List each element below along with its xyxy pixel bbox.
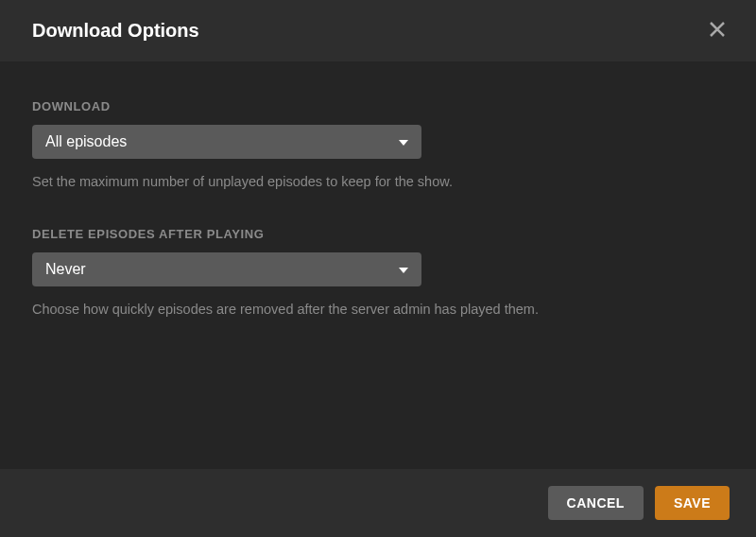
dialog-body: DOWNLOAD All episodes Set the maximum nu… (0, 61, 756, 469)
cancel-button[interactable]: CANCEL (548, 486, 644, 520)
download-help-text: Set the maximum number of unplayed episo… (32, 172, 561, 193)
delete-after-field-group: DELETE EPISODES AFTER PLAYING Never Choo… (32, 227, 724, 320)
delete-after-help-text: Choose how quickly episodes are removed … (32, 300, 561, 320)
download-field-group: DOWNLOAD All episodes Set the maximum nu… (32, 99, 724, 193)
delete-after-label: DELETE EPISODES AFTER PLAYING (32, 227, 724, 241)
download-options-dialog: Download Options DOWNLOAD All episodes S… (0, 0, 756, 537)
dialog-title: Download Options (32, 20, 199, 42)
close-button[interactable] (705, 17, 730, 44)
dialog-footer: CANCEL SAVE (0, 469, 756, 537)
save-button[interactable]: SAVE (655, 486, 730, 520)
close-icon (709, 21, 726, 41)
delete-after-select[interactable]: Never (32, 252, 421, 286)
download-select-wrapper: All episodes (32, 125, 421, 159)
download-label: DOWNLOAD (32, 99, 724, 113)
download-select[interactable]: All episodes (32, 125, 421, 159)
dialog-header: Download Options (0, 0, 756, 61)
delete-after-select-wrapper: Never (32, 252, 421, 286)
